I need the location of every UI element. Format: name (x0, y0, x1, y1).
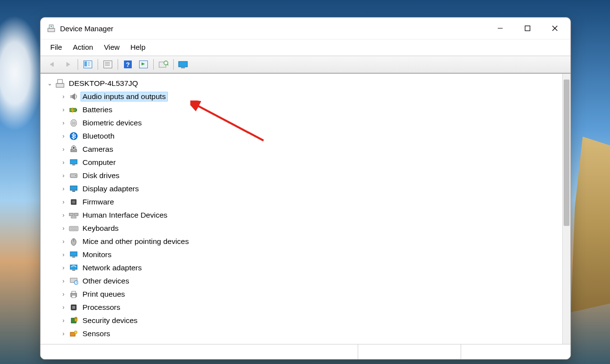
menu-file[interactable]: File (45, 41, 67, 53)
tree-category-label: Keyboards (81, 224, 121, 233)
tree-category-battery[interactable]: ›Batteries (41, 103, 562, 116)
nav-forward-button[interactable] (61, 58, 75, 71)
expand-icon[interactable]: › (59, 225, 68, 232)
tree-category-label: Print queues (81, 290, 127, 299)
tree-category-label: Mice and other pointing devices (81, 237, 191, 246)
add-legacy-hardware-button[interactable] (177, 58, 190, 71)
expand-icon[interactable]: › (59, 304, 68, 311)
device-manager-window: Device Manager File Action View Help ? ⌄ (40, 17, 571, 360)
expand-icon[interactable]: › (59, 212, 68, 219)
expand-icon[interactable]: › (59, 93, 68, 100)
expand-icon[interactable]: › (59, 291, 68, 298)
window-title: Device Manager (60, 24, 487, 33)
scrollbar-thumb[interactable] (564, 80, 569, 226)
tree-category-label: Cameras (81, 145, 115, 154)
tree-category-bluetooth[interactable]: ›Bluetooth (41, 129, 562, 142)
tree-category-label: Security devices (81, 316, 140, 325)
display-icon (69, 184, 79, 194)
tree-category-label: Audio inputs and outputs (81, 92, 168, 101)
svg-rect-50 (71, 217, 76, 218)
hid-icon (69, 210, 79, 220)
titlebar[interactable]: Device Manager (41, 18, 570, 39)
expand-icon[interactable]: › (59, 330, 68, 337)
expand-icon[interactable]: › (59, 159, 68, 166)
tree-category-camera[interactable]: ›Cameras (41, 142, 562, 156)
show-hide-tree-button[interactable] (81, 58, 95, 71)
svg-rect-0 (48, 28, 55, 32)
menu-action[interactable]: Action (68, 41, 98, 53)
expand-icon[interactable]: › (59, 264, 68, 271)
printer-icon (69, 289, 79, 299)
camera-icon (69, 144, 79, 154)
tree-category-disk[interactable]: ›Disk drives (41, 169, 562, 182)
expand-icon[interactable]: › (59, 238, 68, 245)
tree-category-chip[interactable]: ›Firmware (41, 195, 562, 208)
action-button[interactable] (137, 58, 150, 71)
fingerprint-icon (69, 118, 79, 128)
tree-category-label: Display adapters (81, 184, 141, 193)
minimize-button[interactable] (487, 18, 514, 39)
tree-category-fingerprint[interactable]: ›Biometric devices (41, 116, 562, 129)
tree-category-cpu[interactable]: ›Processors (41, 301, 562, 314)
svg-rect-41 (72, 191, 75, 192)
expand-icon[interactable]: › (59, 120, 68, 126)
help-button[interactable]: ? (121, 58, 135, 71)
svg-rect-48 (69, 213, 73, 216)
cpu-icon (69, 303, 79, 312)
keyboard-icon (69, 223, 79, 233)
svg-text:?: ? (75, 281, 77, 284)
vertical-scrollbar[interactable] (562, 74, 570, 344)
tree-category-sensor[interactable]: ›Sensors (41, 327, 562, 340)
tree-category-label: Network adapters (81, 263, 143, 272)
scan-hardware-button[interactable] (157, 58, 170, 71)
svg-rect-21 (181, 67, 185, 68)
tree-category-label: Human Interface Devices (81, 211, 169, 220)
device-tree[interactable]: ⌄ DESKTOP-4L537JQ ›Audio inputs and outp… (41, 74, 562, 344)
menu-view[interactable]: View (99, 41, 124, 53)
expand-icon[interactable]: › (59, 146, 68, 153)
tree-category-other[interactable]: ›?Other devices (41, 274, 562, 287)
mouse-icon (69, 237, 79, 246)
svg-line-19 (167, 64, 168, 65)
toolbar-separator (98, 59, 98, 70)
nav-back-button[interactable] (45, 58, 59, 71)
close-button[interactable] (541, 18, 569, 39)
maximize-button[interactable] (514, 18, 541, 39)
expand-icon[interactable]: › (59, 251, 68, 258)
properties-button[interactable] (101, 58, 115, 71)
svg-marker-16 (142, 62, 145, 65)
tree-category-mouse[interactable]: ›Mice and other pointing devices (41, 235, 562, 248)
bg-rock (571, 137, 610, 312)
chip-icon (69, 197, 79, 207)
tree-category-display[interactable]: ›Display adapters (41, 182, 562, 195)
tree-category-speaker[interactable]: ›Audio inputs and outputs (41, 90, 562, 103)
svg-point-84 (74, 331, 77, 334)
menu-help[interactable]: Help (125, 41, 150, 53)
tree-root-node[interactable]: ⌄ DESKTOP-4L537JQ (41, 77, 562, 90)
expand-icon[interactable]: › (59, 106, 68, 113)
speaker-icon (69, 92, 79, 101)
tree-category-label: Processors (81, 303, 122, 312)
svg-point-18 (164, 61, 168, 65)
expand-icon[interactable]: › (59, 278, 68, 284)
svg-point-38 (75, 175, 76, 176)
expand-icon[interactable]: › (59, 185, 68, 192)
svg-rect-7 (84, 61, 87, 66)
tree-category-keyboard[interactable]: ›Keyboards (41, 222, 562, 235)
other-icon: ? (69, 276, 79, 286)
expand-icon[interactable]: › (59, 172, 68, 179)
collapse-icon[interactable]: ⌄ (45, 80, 54, 87)
battery-icon (69, 105, 79, 115)
svg-point-29 (72, 121, 76, 125)
tree-category-printer[interactable]: ›Print queues (41, 287, 562, 301)
tree-category-hid[interactable]: ›Human Interface Devices (41, 208, 562, 222)
expand-icon[interactable]: › (59, 133, 68, 140)
expand-icon[interactable]: › (59, 199, 68, 205)
expand-icon[interactable]: › (59, 317, 68, 324)
status-segment (358, 344, 461, 359)
tree-category-network[interactable]: ›Network adapters (41, 261, 562, 274)
network-icon (69, 263, 79, 273)
tree-category-security[interactable]: ›Security devices (41, 314, 562, 327)
tree-category-monitor[interactable]: ›Monitors (41, 248, 562, 261)
tree-category-monitor[interactable]: ›Computer (41, 156, 562, 169)
